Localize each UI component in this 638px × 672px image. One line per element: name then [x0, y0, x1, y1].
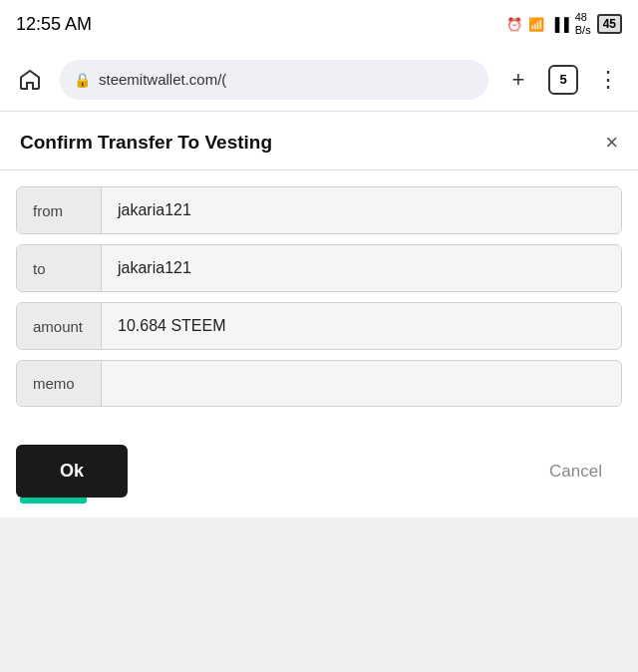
to-label: to: [17, 245, 102, 291]
from-value: jakaria121: [102, 187, 621, 233]
modal-header: Confirm Transfer To Vesting ×: [0, 112, 638, 169]
ok-button[interactable]: Ok: [16, 445, 128, 498]
to-value: jakaria121: [102, 245, 621, 291]
form-section: from jakaria121 to jakaria121 amount 10.…: [0, 186, 638, 407]
memo-value: [102, 361, 621, 406]
to-field-row: to jakaria121: [16, 244, 622, 292]
wifi-icon: 📶: [528, 17, 544, 32]
signal-icon: ▐▐: [550, 17, 568, 32]
from-label: from: [17, 187, 102, 233]
modal-divider: [0, 169, 638, 170]
url-text: steemitwallet.com/(: [99, 71, 226, 88]
button-row: Ok Cancel: [0, 417, 638, 517]
amount-value: 10.684 STEEM: [102, 303, 621, 349]
memo-label: memo: [17, 361, 102, 406]
modal-container: Confirm Transfer To Vesting × from jakar…: [0, 112, 638, 517]
alarm-icon: ⏰: [506, 17, 522, 32]
status-icons: ⏰ 📶 ▐▐ 48B/s 45: [506, 11, 622, 37]
amount-field-row: amount 10.684 STEEM: [16, 302, 622, 350]
modal-title: Confirm Transfer To Vesting: [20, 132, 272, 154]
add-tab-button[interactable]: +: [500, 62, 536, 98]
close-button[interactable]: ×: [605, 132, 618, 154]
status-bar: 12:55 AM ⏰ 📶 ▐▐ 48B/s 45: [0, 0, 638, 48]
home-button[interactable]: [12, 62, 48, 98]
url-bar[interactable]: 🔒 steemitwallet.com/(: [60, 60, 488, 100]
status-time: 12:55 AM: [16, 14, 92, 35]
amount-label: amount: [17, 303, 102, 349]
tab-count-button[interactable]: 5: [548, 65, 578, 95]
menu-button[interactable]: ⋮: [590, 62, 626, 98]
battery-indicator: 45: [597, 14, 622, 34]
cancel-button[interactable]: Cancel: [529, 446, 622, 498]
lock-icon: 🔒: [74, 72, 91, 88]
memo-field-row: memo: [16, 360, 622, 407]
from-field-row: from jakaria121: [16, 186, 622, 234]
data-speed: 48B/s: [575, 11, 591, 37]
browser-bar: 🔒 steemitwallet.com/( + 5 ⋮: [0, 48, 638, 112]
